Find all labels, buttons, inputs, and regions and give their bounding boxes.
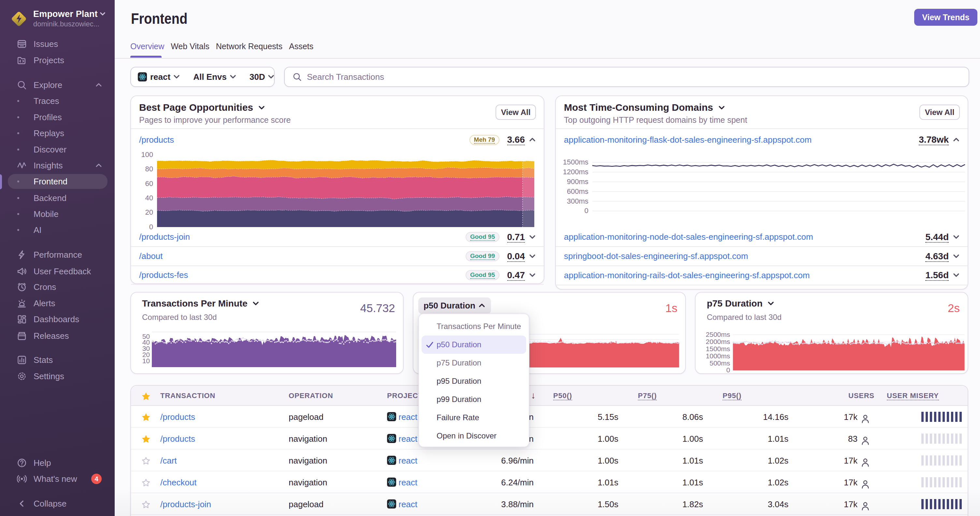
svg-text:300ms: 300ms xyxy=(567,197,589,205)
svg-text:1000ms: 1000ms xyxy=(706,352,730,360)
svg-text:900ms: 900ms xyxy=(567,178,589,186)
svg-text:40: 40 xyxy=(145,194,153,202)
svg-text:0: 0 xyxy=(584,206,589,215)
svg-text:60: 60 xyxy=(145,179,153,187)
svg-text:600ms: 600ms xyxy=(567,187,589,195)
svg-text:1500ms: 1500ms xyxy=(563,158,589,166)
svg-text:80: 80 xyxy=(145,165,153,173)
svg-text:100: 100 xyxy=(141,151,153,159)
svg-text:2500ms: 2500ms xyxy=(706,331,730,338)
svg-text:20: 20 xyxy=(145,208,153,216)
svg-text:2000ms: 2000ms xyxy=(706,338,730,345)
svg-text:1200ms: 1200ms xyxy=(563,168,589,176)
svg-text:1500ms: 1500ms xyxy=(706,345,730,352)
svg-text:500ms: 500ms xyxy=(710,359,730,367)
svg-text:10: 10 xyxy=(142,357,150,365)
svg-text:0: 0 xyxy=(727,366,730,374)
